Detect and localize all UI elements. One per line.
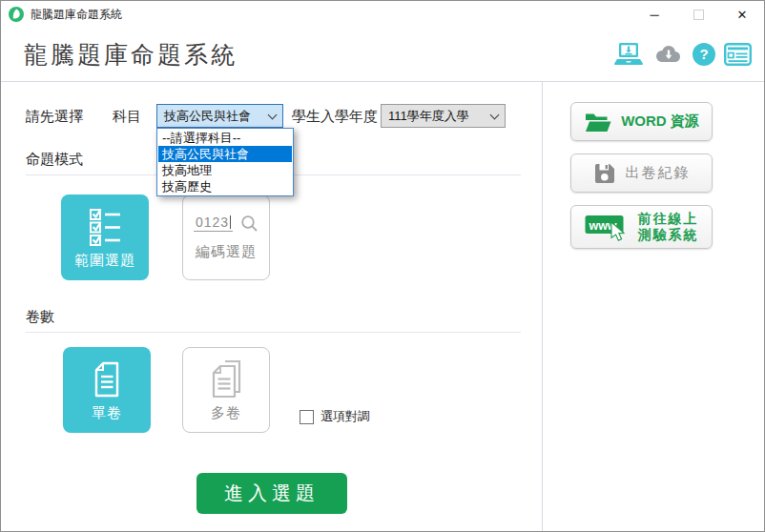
minimize-button[interactable]: ─ bbox=[632, 1, 676, 28]
documents-stack-icon bbox=[204, 358, 248, 401]
online-button-line1: 前往線上 bbox=[638, 211, 699, 226]
search-icon bbox=[240, 215, 258, 233]
year-select-value: 111學年度入學 bbox=[388, 108, 469, 125]
page-title: 龍騰題庫命題系統 bbox=[24, 39, 238, 71]
titlebar: 龍騰題庫命題系統 ─ ✕ bbox=[1, 1, 764, 28]
word-button-label: WORD 資源 bbox=[621, 113, 699, 131]
mode-section-heading: 命題模式 bbox=[26, 151, 83, 169]
www-cursor-icon: www bbox=[585, 213, 629, 242]
window-controls: ─ ✕ bbox=[632, 1, 764, 28]
text-caret bbox=[230, 215, 231, 229]
code-tile-label: 編碼選題 bbox=[196, 243, 257, 261]
close-button[interactable]: ✕ bbox=[720, 1, 764, 28]
subject-select-value: 技高公民與社會 bbox=[164, 108, 251, 125]
dropdown-option[interactable]: 技高地理 bbox=[158, 162, 292, 178]
range-select-tile[interactable]: 範圍選題 bbox=[61, 194, 149, 280]
subject-select[interactable]: 技高公民與社會 bbox=[156, 104, 283, 128]
year-label: 學生入學年度 bbox=[292, 108, 378, 126]
svg-text:?: ? bbox=[699, 46, 708, 62]
record-button-label: 出卷紀錄 bbox=[626, 164, 691, 182]
header: 龍騰題庫命題系統 bbox=[1, 28, 764, 81]
swap-option-row: 選項對調 bbox=[300, 408, 370, 425]
records-panel-icon[interactable] bbox=[724, 43, 752, 66]
multi-paper-tile[interactable]: 多卷 bbox=[182, 347, 270, 433]
titlebar-title: 龍騰題庫命題系統 bbox=[31, 7, 122, 23]
range-tile-label: 範圍選題 bbox=[74, 252, 135, 270]
chevron-down-icon bbox=[490, 110, 500, 119]
enter-selection-button[interactable]: 進入選題 bbox=[196, 473, 347, 514]
swap-option-checkbox[interactable] bbox=[300, 410, 314, 424]
year-select[interactable]: 111學年度入學 bbox=[381, 104, 506, 128]
subject-dropdown-list: --請選擇科目-- 技高公民與社會 技高地理 技高歷史 bbox=[156, 128, 294, 196]
checklist-icon bbox=[83, 205, 127, 249]
sidebar: WORD 資源 出卷紀錄 www bbox=[543, 82, 764, 531]
header-icons: ? bbox=[614, 42, 752, 67]
dropdown-option[interactable]: 技高歷史 bbox=[158, 178, 292, 194]
app-window: 龍騰題庫命題系統 ─ ✕ 龍騰題庫命題系統 bbox=[0, 0, 765, 532]
laptop-download-icon[interactable] bbox=[614, 42, 643, 67]
cloud-download-icon[interactable] bbox=[651, 43, 684, 66]
swap-option-label: 選項對調 bbox=[320, 408, 370, 425]
close-icon: ✕ bbox=[737, 8, 748, 22]
online-test-button[interactable]: www 前往線上 測驗系統 bbox=[570, 205, 713, 249]
dropdown-option-selected[interactable]: 技高公民與社會 bbox=[158, 146, 292, 162]
app-logo-icon bbox=[9, 7, 24, 22]
code-search-input[interactable]: 0123 bbox=[194, 215, 233, 232]
maximize-button bbox=[676, 1, 720, 28]
floppy-disk-icon bbox=[593, 162, 616, 185]
single-paper-tile[interactable]: 單卷 bbox=[63, 347, 151, 433]
subject-label: 科目 bbox=[113, 108, 141, 126]
dropdown-option[interactable]: --請選擇科目-- bbox=[158, 130, 292, 146]
prompt-label: 請先選擇 bbox=[26, 108, 83, 126]
chevron-down-icon bbox=[268, 110, 278, 119]
paper-section-heading: 卷數 bbox=[26, 308, 54, 326]
code-select-tile[interactable]: 0123 編碼選題 bbox=[182, 194, 270, 280]
exam-record-button[interactable]: 出卷紀錄 bbox=[570, 153, 713, 193]
document-icon bbox=[85, 358, 129, 401]
word-resource-button[interactable]: WORD 資源 bbox=[570, 102, 713, 141]
code-input-value: 0123 bbox=[196, 215, 229, 230]
main-panel: 請先選擇 科目 技高公民與社會 學生入學年度 111學年度入學 --請選擇科目-… bbox=[1, 82, 542, 531]
multi-tile-label: 多卷 bbox=[211, 404, 241, 422]
maximize-icon bbox=[693, 10, 704, 20]
online-button-line2: 測驗系統 bbox=[638, 227, 699, 242]
section-divider bbox=[26, 332, 521, 333]
single-tile-label: 單卷 bbox=[92, 404, 122, 422]
help-icon[interactable]: ? bbox=[693, 43, 715, 66]
folder-icon bbox=[584, 111, 611, 133]
online-button-label: 前往線上 測驗系統 bbox=[638, 211, 699, 243]
minimize-icon: ─ bbox=[650, 8, 658, 22]
